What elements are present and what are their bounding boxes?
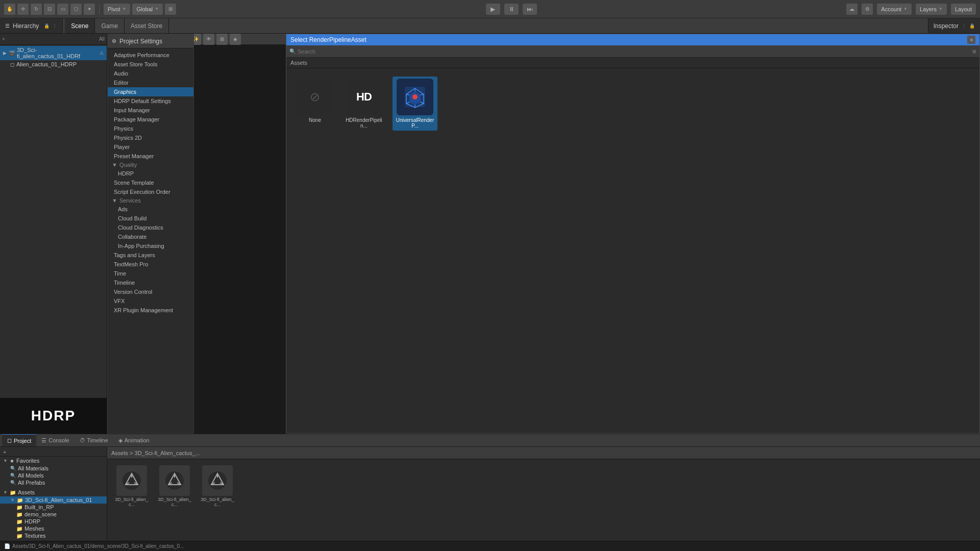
tab-game[interactable]: Game: [95, 18, 125, 33]
toolbar-icon-scale[interactable]: ⊡: [44, 4, 55, 15]
asset-none[interactable]: ⊘ None: [295, 77, 335, 125]
settings-physics[interactable]: Physics: [108, 124, 193, 133]
toolbar-icon-grid[interactable]: ⊞: [165, 4, 176, 15]
asset-thumb-1[interactable]: 3D_Sci-fi_alien_c...: [154, 463, 195, 509]
console-tab-icon: ☰: [41, 437, 46, 444]
tab-asset-store[interactable]: Asset Store: [125, 18, 169, 33]
toolbar-icon-hand[interactable]: ✋: [4, 4, 15, 15]
inspector-tab-more[interactable]: ⋮: [962, 23, 966, 29]
settings-preset-manager[interactable]: Preset Manager: [108, 152, 193, 161]
assets-breadcrumb: Assets > 3D_Sci-fi_Alien_cactus_...: [107, 447, 980, 459]
inspector-tab[interactable]: Inspector ⋮ 🔒: [928, 18, 980, 33]
play-button[interactable]: ▶: [486, 4, 500, 15]
all-prefabs-label: All Prefabs: [18, 480, 45, 486]
hierarchy-icon: ☰: [5, 23, 10, 29]
toolbar-icon-move[interactable]: ✛: [17, 4, 29, 15]
status-bar: 📄 Assets/3D_Sci-fi_Alien_cactus_01/demo_…: [0, 541, 980, 551]
layers-dropdown[interactable]: Layers ▼: [916, 4, 947, 15]
render-search-input[interactable]: [298, 48, 972, 55]
cloud-icon[interactable]: ☁: [846, 4, 857, 15]
settings-gear-icon: ⚙: [112, 38, 116, 44]
inspector-tab-lock[interactable]: 🔒: [969, 23, 975, 29]
settings-graphics[interactable]: Graphics: [108, 87, 193, 96]
settings-physics-2d[interactable]: Physics 2D: [108, 133, 193, 142]
assets-3dscifi-item[interactable]: ▼ 📁 3D_Sci-fi_Alien_cactus_01: [0, 496, 107, 504]
settings-in-app-purchasing[interactable]: In-App Purchasing: [108, 241, 193, 251]
pause-button[interactable]: ⏸: [504, 4, 519, 15]
hierarchy-tab-lock[interactable]: 🔒: [44, 23, 50, 29]
project-panel: + ▼ ★ Favorites 🔍 All Materials 🔍 All: [0, 447, 107, 551]
bottom-tab-timeline[interactable]: ⏱ Timeline: [75, 434, 113, 446]
settings-package-manager[interactable]: Package Manager: [108, 115, 193, 124]
hierarchy-warning-0: ⚠: [100, 51, 104, 56]
scene-gizmos-toggle[interactable]: ◈: [230, 34, 241, 45]
all-prefabs-item[interactable]: 🔍 All Prefabs: [0, 479, 107, 486]
hierarchy-item-0[interactable]: ▶ 🎬 3D_Sci-fi_alien_cactus_01_HDRf ⚠: [0, 46, 107, 60]
scene-grid-toggle[interactable]: ⊞: [216, 34, 228, 45]
settings-quality-group[interactable]: ▼ Quality: [108, 161, 193, 169]
settings-adaptive-performance[interactable]: Adaptive Performance: [108, 51, 193, 60]
pivot-dropdown[interactable]: Pivot ▼: [104, 4, 130, 15]
asset-urp[interactable]: UniversalRenderP...: [393, 77, 437, 131]
hierarchy-tab-more[interactable]: ⋮: [53, 23, 57, 29]
bottom-tab-animation[interactable]: ◈ Animation: [113, 434, 155, 446]
asset-thumb-2[interactable]: 3D_Sci-fi_alien_c...: [197, 463, 238, 509]
settings-cloud-diagnostics[interactable]: Cloud Diagnostics: [108, 223, 193, 232]
settings-input-manager[interactable]: Input Manager: [108, 106, 193, 115]
bottom-tab-console[interactable]: ☰ Console: [36, 434, 74, 446]
toolbar-icon-rotate[interactable]: ↻: [31, 4, 42, 15]
tab-scene[interactable]: Scene: [65, 18, 95, 33]
settings-cloud-build[interactable]: Cloud Build: [108, 214, 193, 223]
settings-time[interactable]: Time: [108, 269, 193, 278]
hierarchy-item-1[interactable]: ◻ Alien_cactus_01_HDRP: [0, 60, 107, 68]
meshes-item[interactable]: 📁 Meshes: [0, 525, 107, 532]
global-dropdown[interactable]: Global ▼: [132, 4, 163, 15]
toolbar-icon-transform[interactable]: ⬡: [70, 4, 82, 15]
settings-version-control[interactable]: Version Control: [108, 287, 193, 296]
settings-textmesh-pro[interactable]: TextMesh Pro: [108, 260, 193, 269]
textures-item[interactable]: 📁 Textures: [0, 532, 107, 539]
scene-hidden-toggle[interactable]: 👁: [203, 34, 214, 45]
settings-asset-store-tools[interactable]: Asset Store Tools: [108, 60, 193, 69]
all-models-item[interactable]: 🔍 All Models: [0, 472, 107, 479]
render-search-options[interactable]: ⊞: [972, 49, 976, 54]
render-dialog-close[interactable]: ✕: [967, 36, 975, 44]
hierarchy-tab[interactable]: ☰ Hierarchy 🔒 ⋮: [0, 18, 63, 33]
assets-group[interactable]: ▼ 📁 Assets: [0, 488, 107, 496]
asset-hdrp[interactable]: HD HDRenderPipelin...: [341, 77, 386, 131]
settings-vfx[interactable]: VFX: [108, 296, 193, 306]
quality-chevron: ▼: [112, 162, 117, 168]
step-button[interactable]: ⏭: [523, 4, 537, 15]
settings-script-execution[interactable]: Script Execution Order: [108, 187, 193, 196]
all-materials-item[interactable]: 🔍 All Materials: [0, 465, 107, 472]
toolbar-icon-custom[interactable]: ✦: [84, 4, 95, 15]
account-dropdown[interactable]: Account ▼: [877, 4, 912, 15]
pivot-label: Pivot: [108, 6, 120, 12]
toolbar-icon-rect[interactable]: ▭: [57, 4, 68, 15]
settings-editor[interactable]: Editor: [108, 78, 193, 87]
project-add-btn[interactable]: +: [3, 449, 6, 455]
asset-urp-label: UniversalRenderP...: [395, 117, 435, 129]
asset-thumb-icon-1: [159, 465, 190, 496]
settings-timeline[interactable]: Timeline: [108, 278, 193, 287]
settings-audio[interactable]: Audio: [108, 69, 193, 78]
built-in-rp-item[interactable]: 📁 Built_in_RP: [0, 504, 107, 511]
create-icon[interactable]: +: [2, 36, 5, 42]
demo-scene-item[interactable]: 📁 demo_scene: [0, 511, 107, 518]
collab-icon[interactable]: ⚙: [862, 4, 873, 15]
settings-player[interactable]: Player: [108, 142, 193, 152]
3dscifi-folder-icon: 📁: [17, 497, 23, 503]
settings-ads[interactable]: Ads: [108, 205, 193, 214]
settings-hdrp-default[interactable]: HDRP Default Settings: [108, 96, 193, 106]
asset-thumb-0[interactable]: 3D_Sci-fi_alien_c...: [111, 463, 152, 509]
settings-hdrp-sub[interactable]: HDRP: [108, 169, 193, 178]
settings-scene-template[interactable]: Scene Template: [108, 178, 193, 187]
bottom-tab-project[interactable]: ◻ Project: [2, 434, 36, 446]
settings-services-group[interactable]: ▼ Services: [108, 196, 193, 205]
favorites-group[interactable]: ▼ ★ Favorites: [0, 457, 107, 465]
settings-tags-layers[interactable]: Tags and Layers: [108, 251, 193, 260]
layout-dropdown[interactable]: Layout: [951, 4, 976, 15]
settings-xr-plugin[interactable]: XR Plugin Management: [108, 306, 193, 315]
hdrp-assets-item[interactable]: 📁 HDRP: [0, 518, 107, 525]
settings-collaborate[interactable]: Collaborate: [108, 232, 193, 241]
